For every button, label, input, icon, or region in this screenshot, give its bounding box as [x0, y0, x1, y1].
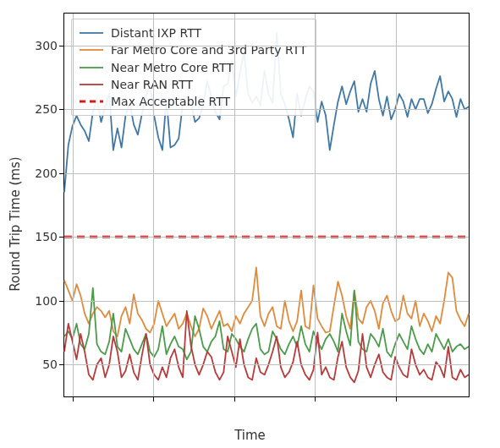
gridline-h [64, 109, 469, 110]
tick-mark-y [59, 109, 64, 110]
tick-label-y: 150 [35, 230, 58, 243]
tick-mark-x [315, 396, 316, 402]
gridline-h [64, 364, 469, 365]
gridline-h [64, 301, 469, 302]
legend-label: Far Metro Core and 3rd Party RTT [111, 41, 307, 58]
legend-label: Max Acceptable RTT [111, 93, 230, 110]
series-line [64, 288, 469, 360]
tick-mark-x [153, 396, 154, 402]
legend-swatch [79, 62, 104, 74]
tick-mark-x [234, 396, 235, 402]
legend-label: Distant IXP RTT [111, 25, 201, 41]
gridline-h [64, 46, 469, 46]
legend-label: Near Metro Core RTT [111, 59, 234, 76]
tick-mark-x [73, 396, 74, 402]
legend-entry: Max Acceptable RTT [79, 93, 307, 110]
series-line [64, 268, 469, 337]
gridline-v [153, 14, 154, 396]
tick-mark-x [396, 396, 397, 402]
legend-label: Near RAN RTT [111, 76, 193, 93]
figure: Round Trip Time (ms) Time Distant IXP RT… [0, 0, 500, 448]
legend-entry: Far Metro Core and 3rd Party RTT [79, 41, 307, 58]
tick-label-y: 250 [35, 102, 58, 116]
tick-label-y: 200 [35, 167, 58, 180]
y-axis-label: Round Trip Time (ms) [8, 156, 23, 291]
tick-mark-y [59, 364, 64, 365]
tick-mark-y [59, 46, 64, 46]
x-axis-label: Time [234, 428, 266, 443]
gridline-v [396, 14, 397, 396]
tick-mark-y [59, 237, 64, 238]
gridline-h [64, 237, 469, 238]
legend-entry: Near RAN RTT [79, 76, 307, 93]
gridline-v [234, 14, 235, 396]
legend-swatch [79, 79, 104, 90]
tick-mark-y [59, 173, 64, 174]
legend-entry: Near Metro Core RTT [79, 59, 307, 76]
gridline-v [73, 14, 74, 396]
legend-swatch [79, 27, 104, 39]
tick-label-y: 50 [42, 358, 58, 371]
tick-mark-y [59, 301, 64, 302]
legend-entry: Distant IXP RTT [79, 25, 307, 41]
legend-swatch [79, 96, 104, 107]
plot-area: Distant IXP RTTFar Metro Core and 3rd Pa… [63, 13, 470, 397]
gridline-v [315, 14, 316, 396]
tick-label-y: 300 [35, 39, 58, 52]
legend: Distant IXP RTTFar Metro Core and 3rd Pa… [71, 19, 316, 116]
gridline-h [64, 173, 469, 174]
tick-label-y: 100 [35, 294, 58, 308]
